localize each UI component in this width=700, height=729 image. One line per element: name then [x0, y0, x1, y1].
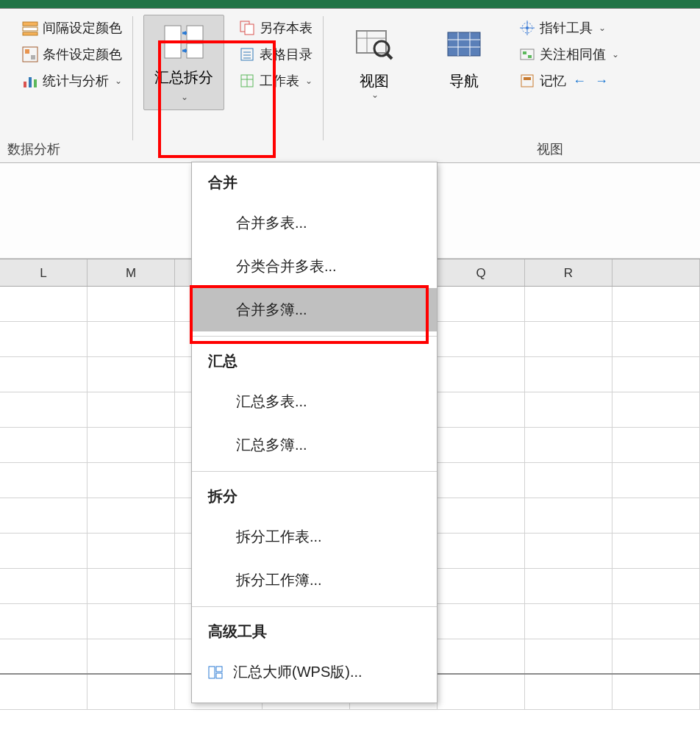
save-as-sheet-icon — [239, 20, 255, 36]
svg-rect-16 — [241, 49, 253, 60]
group-label-view: 视图 — [537, 140, 563, 158]
col-header[interactable]: R — [525, 259, 612, 286]
pointer-tools-icon — [519, 20, 535, 36]
nav-btn[interactable]: 导航 — [424, 19, 504, 96]
col-header[interactable]: M — [88, 259, 175, 286]
focus-same-value-icon — [519, 46, 535, 62]
interval-color-icon — [22, 20, 38, 36]
svg-rect-6 — [24, 82, 26, 87]
dd-section-advanced: 高级工具 — [192, 611, 437, 650]
worksheet-label: 工作表 — [260, 72, 299, 90]
ribbon: 间隔设定颜色 条件设定颜色 统计与分析 ⌄ — [0, 9, 700, 163]
svg-rect-40 — [521, 75, 533, 87]
dd-split-workbook[interactable]: 拆分工作簿... — [192, 559, 437, 602]
worksheet-icon — [239, 73, 255, 89]
group-label-data-analysis: 数据分析 — [7, 140, 60, 158]
chevron-down-icon: ⌄ — [612, 49, 619, 60]
svg-rect-5 — [31, 55, 35, 60]
col-header[interactable]: L — [0, 259, 88, 286]
dd-section-summary: 汇总 — [192, 341, 437, 380]
arrow-right-icon[interactable]: → — [593, 72, 610, 90]
svg-rect-44 — [216, 673, 222, 678]
stats-analysis-icon — [22, 73, 38, 89]
divider — [132, 16, 133, 140]
divider — [323, 16, 324, 140]
memory-icon — [519, 73, 535, 89]
worksheet-btn[interactable]: 工作表 ⌄ — [236, 68, 315, 94]
col-header[interactable]: Q — [438, 259, 525, 286]
view-label: 视图 — [360, 72, 389, 90]
nav-label: 导航 — [449, 72, 479, 90]
summary-split-icon — [163, 21, 204, 62]
save-as-sheet-btn[interactable]: 另存本表 — [236, 15, 315, 41]
svg-rect-8 — [34, 79, 37, 87]
view-icon — [354, 25, 395, 66]
dd-section-merge: 合并 — [192, 162, 437, 201]
svg-marker-13 — [182, 49, 186, 53]
cond-color-icon — [22, 46, 38, 62]
memory-label: 记忆 — [540, 72, 566, 90]
svg-rect-10 — [187, 26, 203, 40]
sheet-toc-label: 表格目录 — [260, 46, 312, 63]
chevron-down-icon: ⌄ — [599, 23, 606, 33]
summary-master-icon — [207, 664, 224, 681]
col-header[interactable] — [612, 259, 700, 286]
arrow-left-icon[interactable]: ← — [571, 72, 588, 90]
svg-rect-11 — [187, 43, 203, 58]
memory-btn[interactable]: 记忆 ← → — [516, 68, 622, 94]
svg-rect-0 — [23, 22, 38, 26]
sheet-toc-btn[interactable]: 表格目录 — [236, 41, 315, 68]
svg-rect-9 — [165, 26, 181, 58]
summary-split-label: 汇总拆分 ⌄ — [150, 68, 218, 104]
dd-separator — [192, 471, 437, 472]
pointer-tools-label: 指针工具 — [540, 19, 593, 37]
cond-color-label: 条件设定颜色 — [43, 46, 122, 63]
dd-merge-by-category[interactable]: 分类合并多表... — [192, 245, 437, 288]
interval-color-btn[interactable]: 间隔设定颜色 — [19, 15, 125, 41]
focus-same-value-btn[interactable]: 关注相同值 ⌄ — [516, 41, 622, 68]
dd-split-worksheet[interactable]: 拆分工作表... — [192, 515, 437, 559]
svg-rect-7 — [29, 77, 32, 87]
save-as-sheet-label: 另存本表 — [260, 19, 312, 37]
interval-color-label: 间隔设定颜色 — [43, 19, 122, 37]
svg-rect-15 — [245, 24, 254, 35]
pointer-tools-btn[interactable]: 指针工具 ⌄ — [516, 15, 622, 41]
nav-icon — [443, 25, 485, 66]
dd-section-split: 拆分 — [192, 476, 437, 515]
focus-same-value-label: 关注相同值 — [540, 46, 606, 63]
view-btn[interactable]: 视图 ⌄ — [334, 19, 415, 106]
chevron-down-icon: ⌄ — [115, 76, 122, 86]
dd-separator — [192, 336, 437, 337]
svg-rect-28 — [448, 32, 480, 56]
svg-rect-4 — [25, 49, 29, 54]
dd-summary-master[interactable]: 汇总大师(WPS版)... — [192, 650, 437, 694]
svg-rect-39 — [528, 55, 532, 58]
svg-rect-2 — [23, 32, 38, 35]
svg-rect-41 — [524, 77, 531, 80]
dd-summary-multi-sheet[interactable]: 汇总多表... — [192, 380, 437, 423]
svg-line-27 — [387, 54, 392, 59]
stats-analysis-btn[interactable]: 统计与分析 ⌄ — [19, 68, 125, 94]
cond-color-btn[interactable]: 条件设定颜色 — [19, 41, 125, 68]
svg-rect-42 — [209, 667, 215, 678]
title-bar — [0, 0, 700, 9]
chevron-down-icon: ⌄ — [371, 90, 379, 100]
dd-merge-multi-book[interactable]: 合并多簿... — [192, 288, 437, 331]
stats-analysis-label: 统计与分析 — [43, 72, 109, 90]
summary-split-btn[interactable]: 汇总拆分 ⌄ — [143, 15, 224, 110]
svg-rect-1 — [23, 27, 38, 31]
dd-merge-multi-sheet[interactable]: 合并多表... — [192, 201, 437, 245]
dd-summary-multi-book[interactable]: 汇总多簿... — [192, 423, 437, 467]
svg-marker-12 — [182, 31, 186, 35]
svg-rect-43 — [216, 667, 222, 672]
chevron-down-icon: ⌄ — [305, 76, 312, 86]
svg-rect-37 — [521, 49, 534, 60]
svg-rect-38 — [523, 51, 526, 54]
summary-split-dropdown: 合并 合并多表... 分类合并多表... 合并多簿... 汇总 汇总多表... … — [191, 162, 438, 703]
chevron-down-icon: ⌄ — [181, 92, 188, 102]
dd-separator — [192, 606, 437, 607]
sheet-toc-icon — [239, 46, 255, 62]
